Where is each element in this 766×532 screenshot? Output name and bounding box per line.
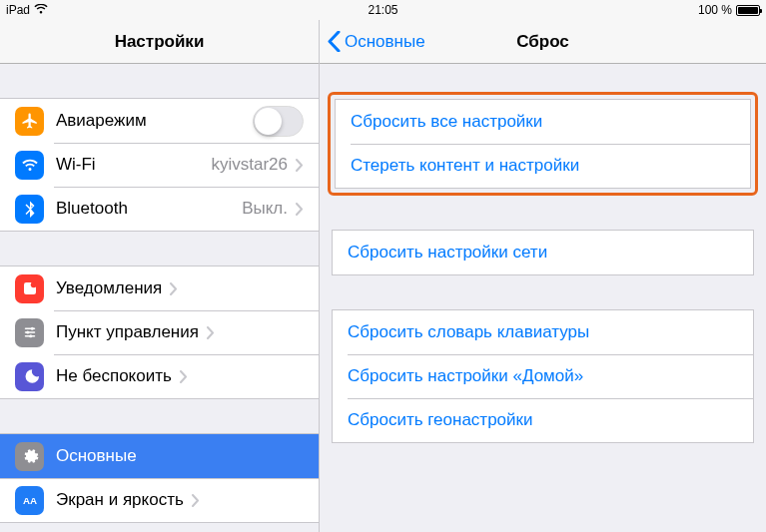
svg-point-2 <box>30 327 33 330</box>
chevron-right-icon <box>170 282 178 295</box>
sidebar-nav: Настройки <box>0 20 319 64</box>
svg-point-4 <box>29 334 32 337</box>
bluetooth-value: Выкл. <box>242 199 288 219</box>
detail-nav: Основные Сброс <box>320 20 766 64</box>
device-label: iPad <box>6 3 30 17</box>
reset-home-button[interactable]: Сбросить настройки «Домой» <box>333 354 753 398</box>
general-label: Основные <box>56 446 137 466</box>
sidebar-item-airplane[interactable]: Авиарежим <box>0 99 319 143</box>
chevron-left-icon <box>328 31 341 52</box>
notifications-icon <box>15 274 44 303</box>
chevron-right-icon <box>296 203 304 216</box>
battery-text: 100 % <box>698 3 732 17</box>
notifications-label: Уведомления <box>56 278 162 298</box>
chevron-right-icon <box>296 159 304 172</box>
display-label: Экран и яркость <box>56 490 184 510</box>
reset-all-settings-button[interactable]: Сбросить все настройки <box>336 100 750 144</box>
erase-all-content-button[interactable]: Стереть контент и настройки <box>336 144 750 188</box>
status-time: 21:05 <box>0 3 766 17</box>
chevron-right-icon <box>180 370 188 383</box>
sidebar-item-display[interactable]: AA Экран и яркость <box>0 478 319 522</box>
wifi-settings-icon <box>15 151 44 180</box>
sidebar-title: Настройки <box>0 32 319 52</box>
bluetooth-label: Bluetooth <box>56 199 128 219</box>
dnd-label: Не беспокоить <box>56 366 172 386</box>
reset-network-label: Сбросить настройки сети <box>348 243 547 263</box>
wifi-value: kyivstar26 <box>211 155 288 175</box>
sidebar-item-dnd[interactable]: Не беспокоить <box>0 354 319 398</box>
moon-icon <box>15 362 44 391</box>
detail-pane: Основные Сброс Сбросить все настройки Ст… <box>320 20 766 532</box>
sidebar-item-general[interactable]: Основные <box>0 434 319 478</box>
reset-keyboard-button[interactable]: Сбросить словарь клавиатуры <box>333 310 753 354</box>
back-label: Основные <box>345 32 425 52</box>
settings-sidebar: Настройки Авиарежим Wi-Fi kyivstar26 <box>0 20 320 532</box>
back-button[interactable]: Основные <box>320 31 433 52</box>
svg-text:AA: AA <box>22 495 36 506</box>
svg-point-3 <box>26 331 29 334</box>
sidebar-item-notifications[interactable]: Уведомления <box>0 266 319 310</box>
reset-home-label: Сбросить настройки «Домой» <box>348 366 583 386</box>
chevron-right-icon <box>192 494 200 507</box>
reset-network-button[interactable]: Сбросить настройки сети <box>333 231 753 274</box>
gear-icon <box>15 442 44 471</box>
reset-location-label: Сбросить геонастройки <box>348 410 533 430</box>
bluetooth-icon <box>15 195 44 224</box>
svg-point-1 <box>30 281 36 287</box>
reset-location-button[interactable]: Сбросить геонастройки <box>333 398 753 442</box>
chevron-right-icon <box>207 326 215 339</box>
airplane-icon <box>15 107 44 136</box>
status-bar: iPad 21:05 100 % <box>0 0 766 20</box>
sidebar-item-control-center[interactable]: Пункт управления <box>0 310 319 354</box>
airplane-switch[interactable] <box>253 106 304 137</box>
control-center-icon <box>15 318 44 347</box>
sidebar-item-bluetooth[interactable]: Bluetooth Выкл. <box>0 187 319 231</box>
sidebar-item-wifi[interactable]: Wi-Fi kyivstar26 <box>0 143 319 187</box>
display-icon: AA <box>15 486 44 515</box>
highlight-annotation: Сбросить все настройки Стереть контент и… <box>328 92 758 196</box>
airplane-label: Авиарежим <box>56 111 147 131</box>
wifi-icon <box>34 4 48 16</box>
reset-keyboard-label: Сбросить словарь клавиатуры <box>348 322 589 342</box>
battery-icon <box>736 5 760 16</box>
reset-all-label: Сбросить все настройки <box>351 112 542 132</box>
erase-all-label: Стереть контент и настройки <box>351 156 579 176</box>
wifi-label: Wi-Fi <box>56 155 96 175</box>
control-center-label: Пункт управления <box>56 322 199 342</box>
